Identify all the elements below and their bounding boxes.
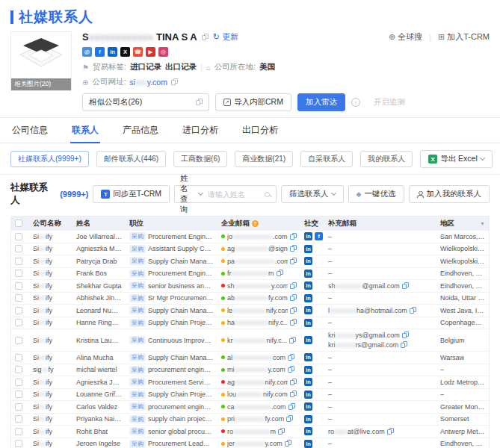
- update-button[interactable]: ↻更新: [213, 31, 238, 43]
- phone-icon[interactable]: ☎: [133, 47, 143, 57]
- similar-companies-select[interactable]: 相似公司名(26): [82, 93, 209, 111]
- row-checkbox[interactable]: [15, 282, 22, 290]
- linkedin-icon[interactable]: in: [304, 232, 312, 240]
- copy-supp-email-icon[interactable]: [402, 332, 409, 339]
- linkedin-icon[interactable]: in: [304, 402, 312, 411]
- row-checkbox[interactable]: [15, 403, 22, 411]
- copy-email-icon[interactable]: [290, 379, 297, 386]
- import-records-link[interactable]: 进口记录: [130, 62, 161, 72]
- row-checkbox[interactable]: [15, 337, 22, 344]
- join-tcrm-button[interactable]: ⊞加入T-CRM: [438, 31, 490, 43]
- x-icon[interactable]: X: [120, 47, 130, 57]
- linkedin-icon[interactable]: in: [304, 366, 312, 374]
- linkedin-icon[interactable]: in: [304, 336, 312, 344]
- copy-email-icon[interactable]: [290, 258, 297, 265]
- copy-email-icon[interactable]: [290, 282, 297, 290]
- company-website-link[interactable]: sixxxy.com: [129, 78, 167, 87]
- filter-chip-2[interactable]: 工商数据(6): [173, 151, 227, 167]
- copy-supp-email-icon[interactable]: [401, 341, 407, 349]
- copy-company-name-icon[interactable]: [202, 34, 209, 41]
- name-query-dropdown[interactable]: 姓名查询: [175, 173, 208, 215]
- tab-0[interactable]: 公司信息: [10, 118, 49, 143]
- linkedin-icon[interactable]: in: [304, 391, 312, 399]
- row-checkbox[interactable]: [15, 258, 22, 265]
- linkedin-icon[interactable]: in: [304, 257, 312, 265]
- row-checkbox[interactable]: [15, 428, 22, 435]
- help-badge-icon[interactable]: ?: [252, 220, 259, 227]
- row-checkbox[interactable]: [15, 366, 22, 373]
- blog-icon[interactable]: @: [82, 47, 92, 57]
- row-checkbox[interactable]: [15, 233, 22, 240]
- row-checkbox[interactable]: [15, 319, 22, 326]
- copy-email-icon[interactable]: [290, 319, 297, 326]
- copy-email-icon[interactable]: [288, 354, 294, 361]
- copy-supp-email-icon[interactable]: [387, 428, 394, 435]
- filter-contacts-button[interactable]: 筛选联系人: [281, 185, 344, 203]
- copy-email-icon[interactable]: [290, 307, 297, 314]
- global-search-button[interactable]: ⊕全球搜: [389, 31, 422, 43]
- select-all-checkbox[interactable]: [15, 220, 22, 227]
- copy-email-icon[interactable]: [290, 391, 297, 398]
- info-icon[interactable]: i: [351, 98, 360, 107]
- related-images-caption[interactable]: 相关图片(20): [11, 78, 71, 90]
- tab-1[interactable]: 联系人: [70, 118, 100, 143]
- copy-email-icon[interactable]: [285, 440, 291, 447]
- instagram-icon[interactable]: ◎: [158, 47, 168, 57]
- row-checkbox[interactable]: [15, 415, 22, 423]
- copy-email-icon[interactable]: [288, 403, 295, 411]
- search-icon[interactable]: [265, 192, 270, 197]
- sync-tcrm-button[interactable]: T同步至T-CRM: [93, 185, 170, 203]
- copy-email-icon[interactable]: [289, 337, 296, 344]
- copy-email-icon[interactable]: [288, 366, 294, 373]
- copy-supp-email-icon[interactable]: [410, 307, 416, 314]
- export-records-link[interactable]: 出口记录: [165, 62, 197, 72]
- row-checkbox[interactable]: [15, 440, 22, 447]
- linkedin-icon[interactable]: in: [304, 319, 312, 327]
- tab-4[interactable]: 出口分析: [241, 118, 280, 143]
- linkedin-icon[interactable]: in: [304, 353, 312, 361]
- copy-supp-email-icon[interactable]: [402, 282, 409, 290]
- copy-website-icon[interactable]: [171, 78, 178, 86]
- start-monitor-button[interactable]: 开启监测: [366, 93, 413, 111]
- company-image-thumb[interactable]: 相关图片(20): [10, 31, 72, 91]
- copy-email-icon[interactable]: [290, 245, 297, 252]
- facebook-icon[interactable]: f: [95, 47, 105, 57]
- filter-chip-5[interactable]: 我的联系人: [360, 151, 413, 167]
- linkedin-icon[interactable]: in: [304, 306, 312, 314]
- add-radar-button[interactable]: 加入雷达: [297, 93, 345, 111]
- linkedin-icon[interactable]: in: [304, 378, 312, 386]
- filter-chip-4[interactable]: 自采联系人: [300, 151, 353, 167]
- filter-icon[interactable]: ▼: [480, 221, 485, 226]
- linkedin-icon[interactable]: in: [304, 294, 312, 302]
- linkedin-icon[interactable]: in: [304, 245, 312, 253]
- row-checkbox[interactable]: [15, 245, 22, 252]
- tab-3[interactable]: 进口分析: [181, 118, 220, 143]
- row-checkbox[interactable]: [15, 379, 22, 386]
- copy-email-icon[interactable]: [277, 270, 283, 277]
- linkedin-icon[interactable]: in: [108, 47, 117, 57]
- row-checkbox[interactable]: [15, 307, 22, 314]
- row-checkbox[interactable]: [15, 391, 22, 398]
- filter-chip-1[interactable]: 邮件联系人(446): [96, 151, 166, 167]
- linkedin-icon[interactable]: in: [304, 270, 312, 278]
- row-checkbox[interactable]: [15, 294, 22, 302]
- copy-email-icon[interactable]: [290, 233, 297, 240]
- copy-email-icon[interactable]: [278, 428, 285, 435]
- youtube-icon[interactable]: ▶: [146, 47, 155, 57]
- tab-2[interactable]: 产品信息: [121, 118, 160, 143]
- import-crm-button[interactable]: ↗导入内部CRM: [215, 93, 291, 111]
- one-key-optimize-button[interactable]: ◆一键优选: [348, 185, 404, 203]
- linkedin-icon[interactable]: in: [304, 440, 312, 448]
- copy-email-icon[interactable]: [290, 294, 297, 302]
- copy-email-icon[interactable]: [286, 415, 293, 423]
- linkedin-icon[interactable]: in: [304, 427, 312, 435]
- add-my-contacts-button[interactable]: 加入我的联系人: [409, 185, 490, 203]
- row-checkbox[interactable]: [15, 354, 22, 361]
- filter-chip-0[interactable]: 社媒联系人(9999+): [10, 151, 89, 167]
- row-checkbox[interactable]: [15, 270, 22, 277]
- export-excel-button[interactable]: X 导出 Excel: [420, 150, 493, 168]
- filter-chip-3[interactable]: 商业数据(21): [235, 151, 293, 167]
- linkedin-icon[interactable]: in: [304, 281, 312, 290]
- name-search-input[interactable]: [208, 190, 263, 199]
- linkedin-icon[interactable]: in: [304, 415, 312, 423]
